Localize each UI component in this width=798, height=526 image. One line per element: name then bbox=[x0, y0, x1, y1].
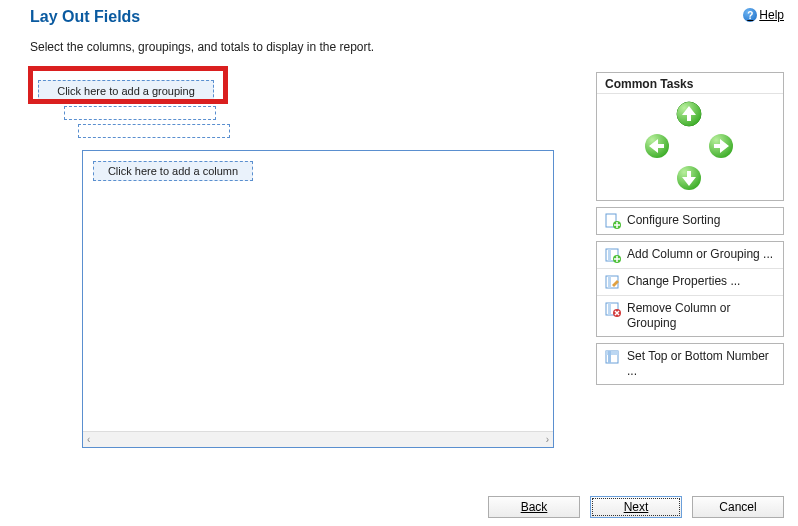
horizontal-scrollbar[interactable]: ‹ › bbox=[83, 431, 553, 447]
layout-canvas: Click here to add a grouping Click here … bbox=[34, 72, 572, 448]
arrow-left-icon[interactable] bbox=[643, 132, 671, 160]
help-icon: ? bbox=[743, 8, 757, 22]
common-tasks-panel: Common Tasks Co bbox=[596, 72, 784, 448]
svg-rect-13 bbox=[608, 303, 611, 315]
grouping-placeholder[interactable] bbox=[64, 106, 216, 120]
report-canvas[interactable]: Click here to add a column ‹ › bbox=[82, 150, 554, 448]
add-grouping-button[interactable]: Click here to add a grouping bbox=[38, 80, 214, 102]
page-title: Lay Out Fields bbox=[30, 8, 140, 26]
arrow-right-icon[interactable] bbox=[707, 132, 735, 160]
svg-rect-11 bbox=[608, 276, 611, 288]
grouping-placeholder[interactable] bbox=[78, 124, 230, 138]
sort-icon bbox=[605, 213, 621, 229]
svg-rect-16 bbox=[606, 351, 618, 355]
task-label: Remove Column or Grouping bbox=[627, 301, 775, 331]
add-column-button[interactable]: Click here to add a column bbox=[93, 161, 253, 181]
add-column-icon bbox=[605, 247, 621, 263]
wizard-footer: Back Next Cancel bbox=[488, 496, 784, 518]
common-tasks-header: Common Tasks bbox=[597, 73, 783, 94]
task-label: Set Top or Bottom Number ... bbox=[627, 349, 775, 379]
properties-icon bbox=[605, 274, 621, 290]
task-configure-sorting[interactable]: Configure Sorting bbox=[597, 208, 783, 234]
arrow-up-icon[interactable] bbox=[675, 100, 703, 128]
topn-icon bbox=[605, 349, 621, 365]
task-change-properties[interactable]: Change Properties ... bbox=[597, 268, 783, 295]
remove-column-icon bbox=[605, 301, 621, 317]
task-remove-column-grouping[interactable]: Remove Column or Grouping bbox=[597, 295, 783, 336]
help-link[interactable]: ? Help bbox=[743, 8, 784, 22]
task-label: Add Column or Grouping ... bbox=[627, 247, 775, 262]
scroll-left-icon[interactable]: ‹ bbox=[87, 434, 90, 445]
scroll-right-icon[interactable]: › bbox=[546, 434, 549, 445]
task-add-column-grouping[interactable]: Add Column or Grouping ... bbox=[597, 242, 783, 268]
back-button[interactable]: Back bbox=[488, 496, 580, 518]
svg-rect-8 bbox=[608, 249, 611, 261]
task-label: Change Properties ... bbox=[627, 274, 775, 289]
svg-rect-17 bbox=[608, 351, 611, 363]
next-button[interactable]: Next bbox=[590, 496, 682, 518]
instruction-text: Select the columns, groupings, and total… bbox=[0, 26, 798, 72]
task-label: Configure Sorting bbox=[627, 213, 775, 228]
task-set-top-bottom[interactable]: Set Top or Bottom Number ... bbox=[597, 344, 783, 384]
help-label: Help bbox=[759, 8, 784, 22]
arrow-down-icon[interactable] bbox=[675, 164, 703, 192]
cancel-button[interactable]: Cancel bbox=[692, 496, 784, 518]
